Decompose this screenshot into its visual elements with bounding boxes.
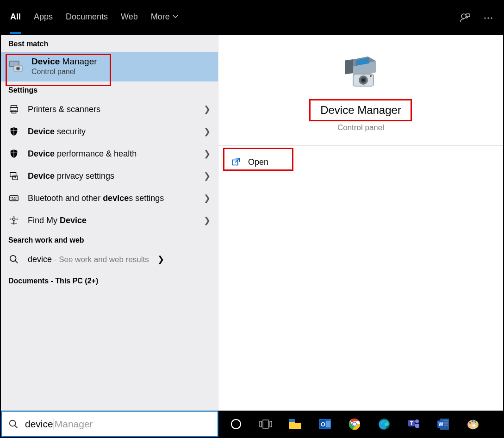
svg-point-61 — [474, 421, 476, 423]
tab-apps[interactable]: Apps — [34, 12, 53, 25]
settings-item-printers[interactable]: Printers & scanners ❯ — [1, 98, 218, 120]
settings-label: Settings — [1, 81, 218, 98]
svg-line-24 — [15, 261, 18, 263]
svg-text:W: W — [439, 421, 444, 427]
svg-point-31 — [370, 75, 372, 77]
detail-panel: Device Manager Control panel Open — [218, 35, 503, 410]
search-input-text: device Manager — [25, 419, 93, 430]
settings-item-label: Device privacy settings — [28, 171, 195, 181]
svg-rect-11 — [10, 107, 18, 111]
svg-rect-43 — [326, 421, 330, 427]
best-match-subtitle: Control panel — [31, 68, 97, 76]
svg-point-22 — [12, 218, 15, 221]
svg-text:T: T — [410, 420, 413, 426]
chevron-right-icon: ❯ — [204, 104, 211, 114]
chevron-right-icon: ❯ — [204, 126, 211, 137]
search-web-text: device - See work and web results — [28, 255, 149, 264]
bottom-bar: device Manager O T — [1, 410, 503, 437]
svg-point-9 — [17, 68, 19, 69]
settings-item-label: Printers & scanners — [28, 105, 195, 114]
svg-point-30 — [362, 79, 365, 81]
svg-rect-25 — [345, 59, 353, 75]
detail-title: Device Manager — [314, 101, 408, 119]
open-action[interactable]: Open — [220, 150, 280, 175]
svg-point-59 — [469, 422, 471, 424]
taskbar-paint-icon[interactable] — [464, 415, 482, 433]
settings-item-bluetooth[interactable]: Bluetooth and other devices settings ❯ — [1, 187, 218, 209]
search-web-item[interactable]: device - See work and web results ❯ — [1, 248, 218, 270]
taskbar: O T W — [218, 411, 503, 437]
location-icon — [8, 215, 19, 226]
documents-section-label[interactable]: Documents - This PC (2+) — [1, 270, 218, 292]
svg-point-15 — [15, 177, 16, 178]
taskbar-word-icon[interactable]: W — [434, 415, 453, 433]
keyboard-icon — [8, 193, 19, 204]
svg-point-50 — [415, 419, 419, 423]
svg-point-0 — [461, 14, 466, 19]
taskbar-chrome-icon[interactable] — [345, 415, 364, 433]
more-options-icon[interactable] — [483, 13, 494, 24]
svg-rect-10 — [11, 106, 17, 108]
search-web-label: Search work and web — [1, 232, 218, 248]
chevron-right-icon: ❯ — [204, 193, 211, 203]
detail-subtitle: Control panel — [337, 123, 384, 132]
settings-item-label: Bluetooth and other devices settings — [28, 194, 195, 203]
search-icon — [8, 254, 19, 265]
taskbar-taskview-icon[interactable] — [256, 415, 275, 433]
feedback-icon[interactable] — [460, 13, 471, 24]
device-manager-icon — [7, 58, 24, 75]
svg-point-35 — [231, 419, 241, 429]
search-icon — [8, 419, 19, 429]
privacy-icon — [8, 170, 19, 181]
settings-item-device-performance[interactable]: Device performance & health ❯ — [1, 143, 218, 165]
chevron-right-icon: ❯ — [204, 171, 211, 181]
tab-more[interactable]: More — [151, 12, 178, 25]
device-manager-large-icon — [340, 53, 382, 90]
printer-icon — [8, 104, 19, 115]
chevron-right-icon: ❯ — [204, 215, 211, 225]
svg-point-23 — [10, 256, 16, 262]
svg-text:O: O — [321, 421, 325, 428]
tab-web[interactable]: Web — [121, 12, 138, 25]
settings-item-label: Device performance & health — [28, 149, 195, 159]
search-input[interactable]: device Manager — [1, 411, 218, 437]
best-match-label: Best match — [1, 35, 218, 52]
search-tabs: All Apps Documents Web More — [1, 1, 503, 35]
svg-point-60 — [472, 420, 473, 422]
svg-rect-1 — [466, 14, 470, 17]
svg-rect-37 — [263, 420, 268, 428]
best-match-title: Device Manager — [31, 56, 97, 67]
tab-documents[interactable]: Documents — [66, 12, 108, 25]
settings-item-label: Find My Device — [28, 216, 195, 225]
svg-line-34 — [15, 425, 18, 428]
chevron-down-icon — [173, 14, 178, 19]
svg-point-3 — [487, 17, 489, 19]
svg-point-58 — [473, 424, 476, 426]
best-match-item[interactable]: Device Manager Control panel — [1, 52, 218, 81]
svg-point-62 — [476, 423, 478, 425]
open-label: Open — [248, 157, 268, 167]
taskbar-edge-icon[interactable] — [375, 415, 393, 433]
taskbar-teams-icon[interactable]: T — [404, 415, 423, 433]
taskbar-file-explorer-icon[interactable] — [286, 415, 305, 433]
chevron-right-icon: ❯ — [157, 254, 164, 264]
shield-icon — [8, 126, 19, 137]
svg-rect-16 — [10, 196, 18, 201]
svg-point-4 — [491, 17, 492, 19]
svg-point-46 — [353, 422, 356, 425]
taskbar-outlook-icon[interactable]: O — [316, 415, 334, 433]
svg-rect-39 — [289, 419, 295, 422]
settings-item-find-my-device[interactable]: Find My Device ❯ — [1, 209, 218, 232]
svg-rect-36 — [260, 421, 261, 427]
settings-item-device-privacy[interactable]: Device privacy settings ❯ — [1, 165, 218, 187]
open-icon — [231, 157, 242, 167]
settings-item-device-security[interactable]: Device security ❯ — [1, 120, 218, 143]
svg-point-2 — [484, 17, 485, 19]
svg-point-33 — [10, 420, 16, 426]
shield-icon — [8, 148, 19, 159]
svg-rect-38 — [270, 421, 272, 427]
settings-item-label: Device security — [28, 127, 195, 137]
results-panel: Best match Device Manager Control p — [1, 35, 218, 410]
tab-all[interactable]: All — [10, 12, 21, 25]
taskbar-cortana-icon[interactable] — [227, 415, 245, 433]
